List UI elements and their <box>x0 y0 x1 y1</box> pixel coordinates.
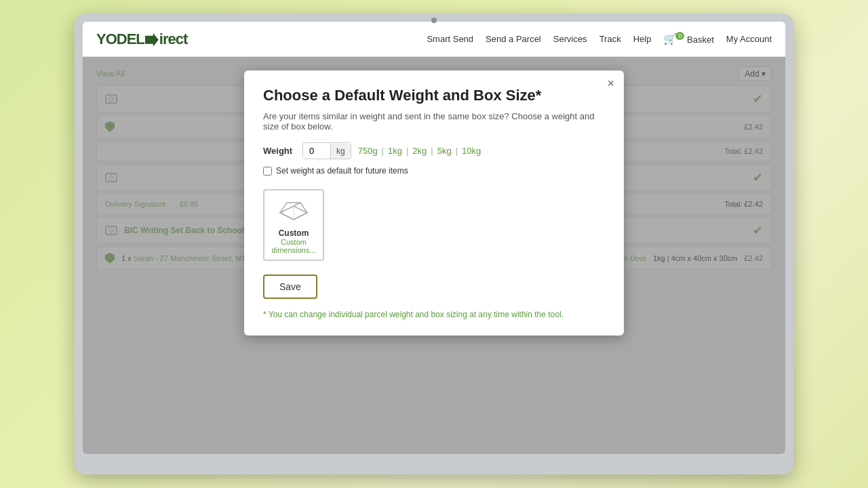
logo-yodel: YODEL <box>96 30 144 47</box>
nav-my-account[interactable]: My Account <box>726 34 772 44</box>
logo-arrow-icon <box>145 33 159 47</box>
weight-input-wrap: kg <box>302 142 351 159</box>
site-logo[interactable]: YODELirect <box>96 30 187 48</box>
box-section: Custom Custom dimensions... <box>263 189 605 261</box>
basket-badge: 0 <box>675 32 684 40</box>
box-custom-name: Custom <box>270 228 317 238</box>
modal-title: Choose a Default Weight and Box Size* <box>263 87 605 104</box>
page-background: View All Add ▾ ✔ £2.42 <box>83 57 785 454</box>
preset-1kg[interactable]: 1kg <box>388 146 402 156</box>
box-shape-icon <box>273 196 314 223</box>
main-nav: Smart Send Send a Parcel Services Track … <box>427 33 772 45</box>
nav-services[interactable]: Services <box>553 34 587 44</box>
weight-label: Weight <box>263 146 296 156</box>
site-header: YODELirect Smart Send Send a Parcel Serv… <box>83 22 785 57</box>
preset-10kg[interactable]: 10kg <box>462 146 481 156</box>
nav-smart-send[interactable]: Smart Send <box>427 34 473 44</box>
modal-close-button[interactable]: × <box>607 77 614 89</box>
default-weight-checkbox-row: Set weight as default for future items <box>263 166 605 176</box>
nav-help[interactable]: Help <box>633 34 652 44</box>
default-weight-checkbox[interactable] <box>263 167 272 176</box>
basket-label: Basket <box>687 35 714 45</box>
box-custom-dims-link[interactable]: Custom dimensions... <box>270 238 317 254</box>
modal-subtitle: Are your items similar in weight and sen… <box>263 111 605 131</box>
preset-5kg[interactable]: 5kg <box>437 146 452 156</box>
modal-footer-note: * You can change individual parcel weigh… <box>263 310 605 319</box>
nav-basket[interactable]: 🛒0 Basket <box>663 33 713 45</box>
weight-box-modal: × Choose a Default Weight and Box Size* … <box>244 70 624 336</box>
nav-track[interactable]: Track <box>599 34 621 44</box>
box-option-custom[interactable]: Custom Custom dimensions... <box>263 189 324 261</box>
weight-presets: 750g | 1kg | 2kg | 5kg | 10kg <box>358 146 481 156</box>
nav-send-parcel[interactable]: Send a Parcel <box>486 34 541 44</box>
preset-750g[interactable]: 750g <box>358 146 378 156</box>
weight-input[interactable] <box>303 143 330 159</box>
weight-unit: kg <box>330 144 351 159</box>
logo-direct: irect <box>159 30 187 47</box>
default-weight-label: Set weight as default for future items <box>276 166 408 176</box>
weight-row: Weight kg 750g | 1kg | 2kg | 5kg <box>263 142 605 159</box>
laptop-camera <box>431 18 437 23</box>
modal-overlay: × Choose a Default Weight and Box Size* … <box>83 57 785 454</box>
preset-2kg[interactable]: 2kg <box>412 146 427 156</box>
save-button[interactable]: Save <box>263 274 317 299</box>
